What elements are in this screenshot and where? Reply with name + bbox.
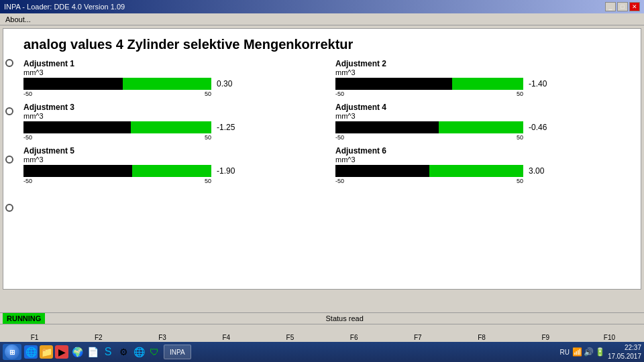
clock: 22:37 17.05.2017 xyxy=(608,343,641,361)
bar-wrapper-4 xyxy=(335,121,523,133)
adjustment-block-5: Adjustment 5 mm^3 -1.90 -50 50 xyxy=(23,146,322,184)
bar-value-6: 3.00 xyxy=(529,166,552,176)
bar-value-4: -0.46 xyxy=(529,123,552,132)
date-display: 17.05.2017 xyxy=(608,352,641,361)
ie-icon[interactable]: 🌐 xyxy=(24,345,38,359)
network-icon: 📶 xyxy=(572,347,582,357)
bar-black-1 xyxy=(23,78,123,90)
taskbar: ⊞ 🌐 📁 ▶ 🌍 📄 S ⚙ 🌐 🛡 INPA RU 📶 🔊 🔋 22:37 … xyxy=(0,342,644,362)
battery-icon: 🔋 xyxy=(595,347,605,357)
radio-1[interactable] xyxy=(5,59,13,67)
taskbar-quick-launch: 🌐 📁 ▶ 🌍 📄 S ⚙ 🌐 🛡 xyxy=(24,345,161,359)
bar-black-5 xyxy=(23,165,132,177)
start-orb: ⊞ xyxy=(5,345,19,359)
bar-container-5: -1.90 xyxy=(23,165,322,177)
fkey-f10: F10 xyxy=(578,334,641,341)
settings-icon[interactable]: ⚙ xyxy=(117,345,130,359)
adj-title-1: Adjustment 1 xyxy=(23,59,322,68)
file-icon[interactable]: 📄 xyxy=(86,345,99,359)
adj-unit-1: mm^3 xyxy=(23,68,322,76)
adjustment-block-4: Adjustment 4 mm^3 -0.46 -50 50 xyxy=(335,103,634,141)
globe-icon[interactable]: 🌐 xyxy=(132,345,146,359)
adjustment-block-1: Adjustment 1 mm^3 0.30 -50 50 xyxy=(23,59,322,97)
bar-black-2 xyxy=(335,78,452,90)
adj-unit-5: mm^3 xyxy=(23,156,322,164)
page-title: analog values 4 Zylinder selektive Menge… xyxy=(10,34,634,59)
bar-wrapper-5 xyxy=(23,165,211,177)
maximize-button[interactable]: □ xyxy=(617,2,628,11)
fkey-f1: F1 xyxy=(3,334,66,341)
bar-wrapper-2 xyxy=(335,78,523,90)
adjustment-block-2: Adjustment 2 mm^3 -1.40 -50 50 xyxy=(335,59,634,97)
bar-scale-2: -50 50 xyxy=(335,90,523,97)
taskbar-right: RU 📶 🔊 🔋 22:37 17.05.2017 xyxy=(559,343,641,361)
fkey-f8: F8 xyxy=(449,334,513,341)
chrome-icon[interactable]: 🌍 xyxy=(70,345,84,359)
fkey-f4: F4 xyxy=(195,334,258,341)
bar-scale-1: -50 50 xyxy=(23,90,211,97)
adj-title-3: Adjustment 3 xyxy=(23,103,322,112)
bar-value-3: -1.25 xyxy=(217,123,240,132)
bar-scale-3: -50 50 xyxy=(23,134,211,141)
shield-icon[interactable]: 🛡 xyxy=(148,345,161,359)
bar-container-1: 0.30 xyxy=(23,78,322,90)
bar-scale-4: -50 50 xyxy=(335,134,523,141)
minimize-button[interactable]: _ xyxy=(605,2,616,11)
adj-unit-6: mm^3 xyxy=(335,156,634,164)
main-content: analog values 4 Zylinder selektive Menge… xyxy=(3,28,641,290)
adj-unit-2: mm^3 xyxy=(335,68,634,76)
radio-2[interactable] xyxy=(5,107,13,115)
adjustments-grid: Adjustment 1 mm^3 0.30 -50 50 Adjustment… xyxy=(10,59,634,188)
adj-unit-4: mm^3 xyxy=(335,112,634,120)
bar-container-4: -0.46 xyxy=(335,121,634,133)
adj-unit-3: mm^3 xyxy=(23,112,322,120)
time-display: 22:37 xyxy=(608,343,641,352)
window-title: INPA - Loader: DDE 4.0 Version 1.09 xyxy=(4,3,125,11)
title-bar: INPA - Loader: DDE 4.0 Version 1.09 _ □ … xyxy=(0,0,644,13)
bar-container-3: -1.25 xyxy=(23,121,322,133)
bar-value-5: -1.90 xyxy=(217,166,240,176)
window-controls: _ □ ✕ xyxy=(605,2,640,11)
bar-wrapper-1 xyxy=(23,78,211,90)
adj-title-2: Adjustment 2 xyxy=(335,59,634,68)
fkey-f9: F9 xyxy=(514,334,578,341)
bar-black-6 xyxy=(335,165,429,177)
close-button[interactable]: ✕ xyxy=(629,2,640,11)
media-icon[interactable]: ▶ xyxy=(55,345,68,359)
speaker-icon: 🔊 xyxy=(584,347,594,357)
adjustment-block-3: Adjustment 3 mm^3 -1.25 -50 50 xyxy=(23,103,322,141)
sys-tray: 📶 🔊 🔋 xyxy=(572,347,605,357)
bar-scale-5: -50 50 xyxy=(23,178,211,184)
bar-scale-6: -50 50 xyxy=(335,178,523,184)
folder-icon[interactable]: 📁 xyxy=(40,345,53,359)
bar-black-3 xyxy=(23,121,131,133)
fkey-f5: F5 xyxy=(258,334,322,341)
radio-4[interactable] xyxy=(5,204,13,212)
fkey-f3: F3 xyxy=(130,334,194,341)
adj-title-5: Adjustment 5 xyxy=(23,146,322,156)
locale-label: RU xyxy=(559,349,569,356)
menu-bar: About... xyxy=(0,13,644,25)
radio-column xyxy=(5,59,13,212)
fkey-f2: F2 xyxy=(66,334,130,341)
fkey-f7: F7 xyxy=(386,334,449,341)
radio-3[interactable] xyxy=(5,156,13,164)
fkey-f6: F6 xyxy=(322,334,386,341)
skype-icon[interactable]: S xyxy=(101,345,115,359)
status-area: RUNNING Status read xyxy=(0,312,644,324)
bar-black-4 xyxy=(335,121,439,133)
about-menu[interactable]: About... xyxy=(3,15,34,24)
bar-wrapper-6 xyxy=(335,165,523,177)
bar-wrapper-3 xyxy=(23,121,211,133)
adj-title-4: Adjustment 4 xyxy=(335,103,634,112)
status-text: Status read xyxy=(45,314,644,322)
bar-container-2: -1.40 xyxy=(335,78,634,90)
adj-title-6: Adjustment 6 xyxy=(335,146,634,156)
bar-value-2: -1.40 xyxy=(529,79,552,88)
running-badge: RUNNING xyxy=(3,313,45,324)
bar-value-1: 0.30 xyxy=(217,79,240,88)
start-button[interactable]: ⊞ xyxy=(3,344,21,360)
bar-container-6: 3.00 xyxy=(335,165,634,177)
taskbar-task-inpa[interactable]: INPA xyxy=(164,345,191,359)
adjustment-block-6: Adjustment 6 mm^3 3.00 -50 50 xyxy=(335,146,634,184)
